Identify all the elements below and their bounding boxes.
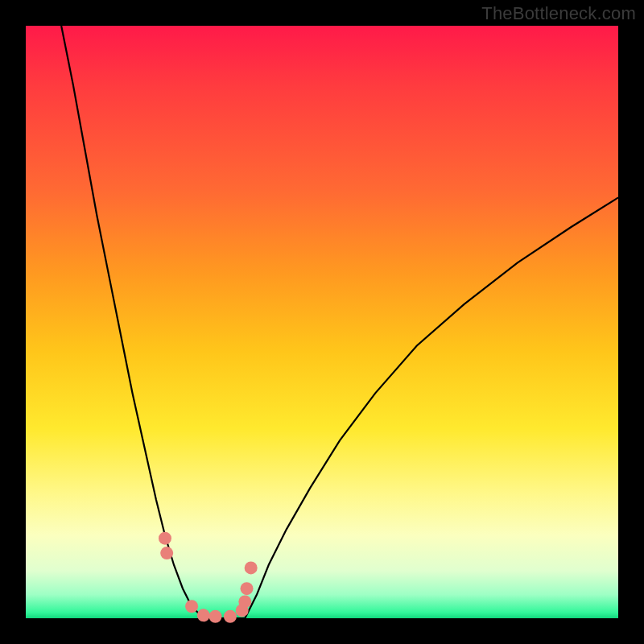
highlight-dot [197, 609, 210, 621]
highlight-dot [209, 610, 222, 623]
highlight-dot [241, 582, 254, 595]
watermark-label: TheBottleneck.com [481, 3, 636, 24]
highlight-dot [238, 595, 251, 608]
highlight-dot [159, 532, 171, 545]
plot-area [26, 26, 618, 618]
outer-frame: TheBottleneck.com [0, 0, 644, 644]
curve-layer [26, 26, 618, 618]
highlight-dot [224, 610, 237, 623]
highlight-dot [185, 600, 198, 613]
highlight-dot [245, 561, 258, 574]
highlight-dot [160, 547, 173, 559]
bottleneck-curve [61, 26, 618, 618]
